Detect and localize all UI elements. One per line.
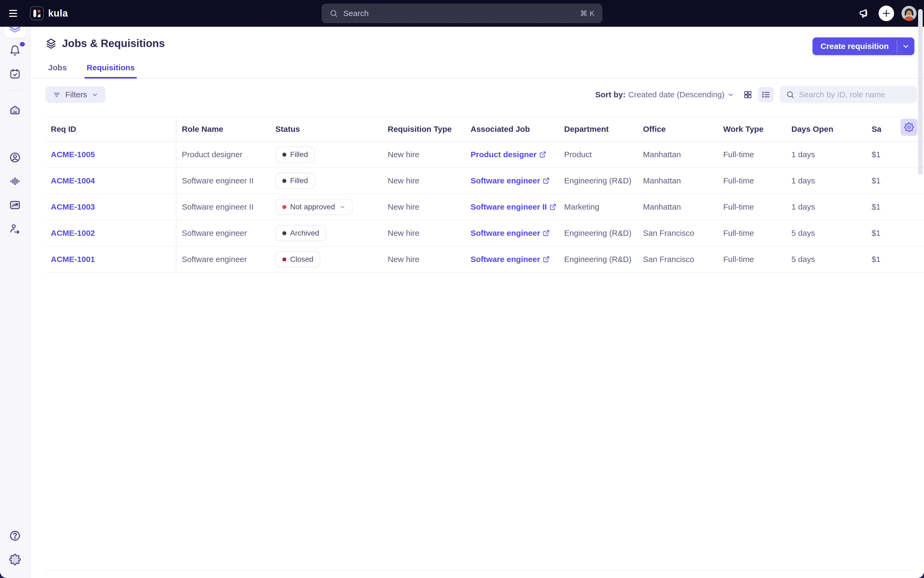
requisition-type-cell: New hire [382, 229, 465, 238]
chevron-down-icon [339, 204, 346, 210]
table-header-row: Req ID Role Name Status Requisition Type… [45, 117, 924, 142]
status-cell: Filled [270, 173, 382, 189]
status-badge[interactable]: Filled [275, 146, 315, 162]
home-icon [9, 104, 21, 116]
kula-logo-icon [30, 6, 44, 20]
search-icon [786, 90, 795, 99]
waveform-icon [9, 175, 21, 187]
notification-dot [20, 42, 25, 47]
associated-job-link[interactable]: Software engineer [471, 176, 550, 185]
status-badge[interactable]: Filled [275, 173, 315, 189]
table-search [779, 86, 918, 103]
associated-job-cell: Software engineer [465, 176, 559, 185]
req-id-link[interactable]: ACME-1002 [51, 229, 95, 238]
associated-job-cell: Software engineer [465, 229, 559, 238]
user-circle-icon [9, 152, 21, 163]
requisitions-table: Req ID Role Name Status Requisition Type… [45, 117, 924, 273]
megaphone-icon[interactable] [859, 7, 871, 19]
calendar-check-icon [9, 68, 21, 80]
req-id-link[interactable]: ACME-1005 [51, 150, 95, 159]
create-requisition-dropdown[interactable] [897, 37, 914, 55]
status-badge[interactable]: Closed [275, 251, 320, 267]
status-dot-icon [283, 231, 286, 235]
status-label: Filled [290, 150, 308, 159]
status-dot-icon [283, 205, 286, 209]
office-cell: Manhattan [638, 150, 718, 159]
table-row[interactable]: ACME-1001 Software engineer Closed New h… [45, 247, 924, 273]
associated-job-link[interactable]: Software engineer II [471, 202, 556, 211]
status-cell: Not approved [270, 199, 382, 215]
tab-bar: Jobs Requisitions [31, 63, 924, 79]
associated-job-link[interactable]: Software engineer [471, 255, 550, 264]
app-shell: Jobs & Requisitions Create requisition J… [0, 27, 924, 578]
req-id-cell: ACME-1004 [45, 168, 177, 193]
associated-job-cell: Software engineer [465, 255, 559, 264]
days-open-cell: 1 days [786, 150, 866, 159]
external-link-icon [539, 151, 546, 158]
add-button[interactable] [879, 6, 894, 21]
requisition-type-cell: New hire [382, 202, 465, 211]
work-type-cell: Full-time [718, 202, 786, 211]
department-cell: Product [559, 150, 638, 159]
status-badge[interactable]: Archived [275, 225, 326, 241]
scrollbar[interactable] [918, 9, 923, 175]
gear-icon [9, 554, 21, 565]
status-dot-icon [283, 179, 286, 183]
table-row[interactable]: ACME-1005 Product designer Filled New hi… [45, 142, 924, 168]
create-requisition-button[interactable]: Create requisition [812, 37, 914, 55]
jobs-nav-active[interactable] [4, 27, 26, 38]
salary-cell: $1 [866, 229, 924, 238]
associated-job-link[interactable]: Product designer [471, 150, 546, 159]
chevron-down-icon [902, 42, 910, 50]
department-cell: Engineering (R&D) [559, 229, 638, 238]
bell-icon [9, 45, 21, 57]
req-id-link[interactable]: ACME-1003 [51, 202, 95, 211]
notifications-nav[interactable] [9, 45, 21, 57]
status-dot-icon [283, 153, 286, 157]
menu-icon[interactable] [9, 8, 18, 19]
status-label: Filled [290, 177, 308, 185]
global-search[interactable]: ⌘ K [322, 4, 602, 23]
global-search-input[interactable] [343, 8, 575, 18]
requisition-type-cell: New hire [382, 255, 465, 264]
sort-by-dropdown[interactable]: Sort by: Created date (Descending) [595, 90, 734, 99]
associated-job-cell: Software engineer II [465, 202, 559, 211]
status-cell: Archived [270, 225, 382, 241]
referrals-nav[interactable] [9, 223, 21, 235]
table-row[interactable]: ACME-1003 Software engineer II Not appro… [45, 194, 924, 220]
status-label: Not approved [290, 203, 335, 211]
column-header: Work Type [718, 125, 786, 134]
associated-job-link[interactable]: Software engineer [471, 229, 550, 238]
home-nav[interactable] [9, 104, 21, 116]
avatar[interactable] [901, 6, 916, 21]
req-id-link[interactable]: ACME-1004 [51, 176, 95, 185]
status-label: Archived [290, 229, 319, 237]
candidates-nav[interactable] [9, 152, 21, 163]
status-badge[interactable]: Not approved [275, 199, 352, 215]
external-link-icon [543, 230, 550, 237]
calendar-nav[interactable] [9, 68, 21, 80]
role-name-cell: Software engineer II [177, 176, 270, 185]
list-view-button[interactable] [758, 87, 774, 102]
help-nav[interactable] [9, 530, 21, 542]
table-row[interactable]: ACME-1004 Software engineer II Filled Ne… [45, 168, 924, 194]
interviews-nav[interactable] [9, 175, 21, 187]
column-header: Req ID [45, 117, 177, 141]
table-row[interactable]: ACME-1002 Software engineer Archived New… [45, 220, 924, 247]
req-id-cell: ACME-1003 [45, 194, 177, 220]
tab-requisitions[interactable]: Requisitions [86, 63, 136, 78]
office-cell: San Francisco [638, 229, 718, 238]
brand[interactable]: kula [30, 6, 68, 20]
req-id-link[interactable]: ACME-1001 [51, 255, 95, 264]
filters-button[interactable]: Filters [45, 86, 106, 103]
external-link-icon [543, 256, 550, 263]
table-search-input[interactable] [779, 86, 918, 103]
settings-nav[interactable] [9, 554, 21, 565]
grid-view-button[interactable] [740, 87, 755, 102]
external-link-icon [549, 203, 556, 210]
view-toggle [740, 87, 774, 102]
tab-jobs[interactable]: Jobs [47, 63, 68, 78]
analytics-nav[interactable] [9, 199, 21, 211]
help-icon [9, 530, 21, 542]
column-settings-button[interactable] [900, 119, 918, 136]
